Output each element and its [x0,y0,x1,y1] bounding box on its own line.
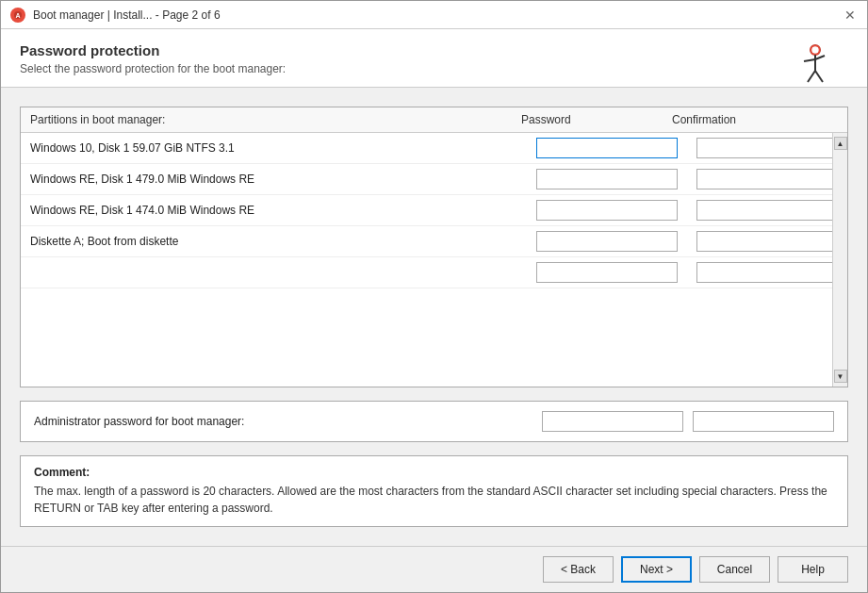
admin-label: Administrator password for boot manager: [34,415,244,428]
help-button[interactable]: Help [778,556,848,583]
password-input-4[interactable] [536,231,678,252]
scrollbar: ▲ ▼ [832,133,847,387]
confirmation-input-1[interactable] [696,138,838,158]
header-section: Password protection Select the password … [1,29,867,88]
admin-confirmation-input[interactable] [693,411,834,432]
table-row: Windows 10, Disk 1 59.07 GiB NTFS 3.1 [21,133,847,164]
partitions-body: Windows 10, Disk 1 59.07 GiB NTFS 3.1 Wi… [21,133,847,387]
admin-password-input[interactable] [542,411,683,432]
svg-text:A: A [15,12,20,19]
page-subtitle: Select the password protection for the b… [20,62,848,75]
main-content: Partitions in boot manager: Password Con… [1,88,867,546]
next-button[interactable]: Next > [621,556,692,583]
admin-section: Administrator password for boot manager: [20,401,848,442]
page-title: Password protection [20,42,848,58]
partition-name-4: Diskette A; Boot from diskette [30,235,536,248]
password-input-3[interactable] [536,200,678,221]
title-bar: A Boot manager | Install... - Page 2 of … [1,1,867,29]
window-title: Boot manager | Install... - Page 2 of 6 [33,8,221,22]
footer: < Back Next > Cancel Help [1,546,867,592]
comment-text: The max. length of a password is 20 char… [34,483,834,517]
partitions-header: Partitions in boot manager: Password Con… [21,107,847,133]
confirmation-input-5[interactable] [696,262,838,283]
password-input-1[interactable] [536,138,678,158]
password-input-5[interactable] [536,262,678,283]
back-button[interactable]: < Back [543,556,614,583]
svg-line-4 [808,71,815,82]
main-window: A Boot manager | Install... - Page 2 of … [0,0,868,593]
svg-line-6 [804,59,815,61]
scroll-down-button[interactable]: ▼ [834,370,847,383]
comment-section: Comment: The max. length of a password i… [20,455,848,527]
partitions-section: Partitions in boot manager: Password Con… [20,107,848,387]
admin-inputs [542,411,834,432]
confirmation-input-4[interactable] [696,231,838,252]
app-icon: A [10,8,25,23]
svg-line-5 [815,71,823,82]
cancel-button[interactable]: Cancel [699,556,770,583]
partition-name-3: Windows RE, Disk 1 474.0 MiB Windows RE [30,204,536,217]
svg-point-8 [811,46,820,55]
scroll-up-button[interactable]: ▲ [834,137,847,150]
confirmation-input-2[interactable] [696,169,838,189]
partition-name-1: Windows 10, Disk 1 59.07 GiB NTFS 3.1 [30,141,536,155]
close-button[interactable]: ✕ [843,8,858,23]
table-row: Windows RE, Disk 1 474.0 MiB Windows RE [21,195,847,226]
confirmation-col-header: Confirmation [672,113,823,126]
partitions-label: Partitions in boot manager: [30,113,521,126]
password-col-header: Password [521,113,672,126]
table-row: Windows RE, Disk 1 479.0 MiB Windows RE [21,164,847,195]
partition-name-2: Windows RE, Disk 1 479.0 MiB Windows RE [30,173,536,186]
table-row [21,257,847,288]
confirmation-input-3[interactable] [696,200,838,221]
comment-title: Comment: [34,466,834,479]
table-row: Diskette A; Boot from diskette [21,226,847,257]
svg-line-7 [815,56,825,59]
title-bar-left: A Boot manager | Install... - Page 2 of … [10,8,221,23]
password-input-2[interactable] [536,169,678,189]
